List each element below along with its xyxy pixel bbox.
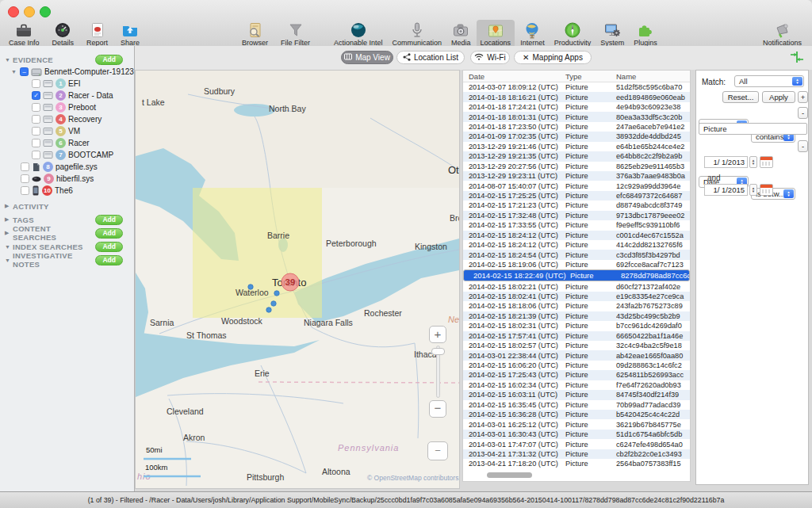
- date-to-field[interactable]: 1/ 1/2015: [704, 184, 748, 196]
- disclosure-down-icon[interactable]: ▼: [11, 69, 17, 74]
- table-row[interactable]: 2013-04-21 17:18:20 (UTC)Picture2564ba07…: [463, 459, 690, 468]
- add-index-search-button[interactable]: Add: [95, 242, 123, 252]
- table-row[interactable]: 2014-01-09 17:02:35 (UTC)Picture38932dde…: [463, 132, 690, 141]
- toolbar-communication[interactable]: Communication: [389, 20, 446, 48]
- toolbar-locations[interactable]: Locations: [477, 20, 515, 48]
- toolbar-plugins[interactable]: Plugins: [630, 20, 661, 48]
- toolbar-file-filter[interactable]: File Filter: [277, 20, 314, 48]
- column-header-type[interactable]: Type: [565, 72, 616, 81]
- toolbar-details[interactable]: Details: [48, 20, 79, 48]
- tree-row-device-phone[interactable]: 10 The6: [0, 185, 134, 197]
- tree-row-partition[interactable]: 5 VM: [0, 125, 134, 137]
- table-row[interactable]: 2014-03-01 16:30:43 (UTC)Picture51d1c675…: [463, 430, 690, 439]
- map-view-button[interactable]: Map View: [341, 51, 393, 64]
- table-row[interactable]: 2014-02-15 18:02:21 (UTC)Pictured60cf271…: [463, 281, 690, 291]
- rule2-remove-button[interactable]: -: [798, 140, 808, 152]
- table-row[interactable]: 2014-02-15 17:57:41 (UTC)Picture66650422…: [463, 331, 690, 341]
- calendar-icon[interactable]: [760, 184, 773, 196]
- date-from-field[interactable]: 1/ 1/2013: [704, 156, 748, 168]
- toolbar-browser[interactable]: Browser: [238, 20, 272, 48]
- location-point[interactable]: [274, 291, 279, 296]
- rule1-remove-button[interactable]: -: [798, 107, 808, 119]
- table-row[interactable]: 2014-02-15 16:06:20 (UTC)Picture09d28886…: [463, 361, 690, 370]
- toolbar-system[interactable]: System: [596, 20, 628, 48]
- disclosure-right-icon[interactable]: ▶: [5, 216, 13, 223]
- sidebar-section-investigative-notes[interactable]: ▼ INVESTIGATIVE NOTES Add: [0, 254, 134, 266]
- sidebar-section-content-searches[interactable]: ▶ CONTENT SEARCHES Add: [0, 227, 134, 239]
- table-row[interactable]: 2014-02-15 17:25:43 (UTC)Picture6254811b…: [463, 370, 690, 380]
- toolbar-media[interactable]: Media: [447, 20, 475, 48]
- table-row[interactable]: 2014-02-15 16:36:28 (UTC)Pictureb5420425…: [463, 410, 690, 419]
- date-stepper[interactable]: ▲▼: [749, 156, 757, 168]
- table-row[interactable]: 2014-02-15 18:24:12 (UTC)Picturec001cd4e…: [463, 231, 690, 240]
- add-evidence-button[interactable]: Add: [95, 55, 123, 65]
- table-row[interactable]: 2014-03-07 18:09:12 (UTC)Picture51d2f58c…: [463, 82, 690, 92]
- toolbar-notifications[interactable]: Notifications: [759, 20, 806, 48]
- table-row[interactable]: 2014-02-15 18:18:06 (UTC)Picture243fa2b7…: [463, 301, 690, 311]
- add-rule-button[interactable]: +: [798, 91, 808, 103]
- table-row[interactable]: 2014-01-18 17:24:21 (UTC)Picture4e94b93c…: [463, 102, 690, 112]
- table-row[interactable]: 2014-02-15 16:02:34 (UTC)Picturef7e64f72…: [463, 380, 690, 390]
- tree-row-partition[interactable]: 3 Preboot: [0, 101, 134, 113]
- location-point[interactable]: [271, 301, 276, 306]
- checkbox-empty[interactable]: [32, 115, 40, 124]
- table-row[interactable]: 2014-03-01 22:38:44 (UTC)Pictureab42eae1…: [463, 350, 690, 360]
- table-row[interactable]: 2014-02-15 17:32:48 (UTC)Picture9713dbc1…: [463, 211, 690, 220]
- table-row[interactable]: 2014-02-15 18:19:06 (UTC)Picture692fcce8…: [463, 260, 690, 269]
- calendar-icon[interactable]: [760, 156, 773, 168]
- toolbar-report[interactable]: Report: [82, 20, 112, 48]
- table-row[interactable]: 2014-08-07 15:40:07 (UTC)Picture12c929a9…: [463, 181, 690, 190]
- table-row[interactable]: 2014-02-15 18:02:57 (UTC)Picture32c4c94b…: [463, 341, 690, 350]
- tree-row-partition[interactable]: 7 BOOTCAMP: [0, 149, 134, 161]
- add-tag-button[interactable]: Add: [95, 215, 123, 225]
- checkbox-checked[interactable]: ✓: [32, 91, 40, 100]
- filter-panel-toggle-icon[interactable]: [790, 50, 804, 64]
- toolbar-internet[interactable]: Internet: [516, 20, 549, 48]
- table-row[interactable]: 2014-02-15 18:21:39 (UTC)Picture43d25bc4…: [463, 311, 690, 321]
- table-row[interactable]: 2013-12-29 19:21:46 (UTC)Picturee64b1e65…: [463, 142, 690, 151]
- close-window-button[interactable]: [8, 6, 19, 17]
- tree-row-partition[interactable]: 6 Racer: [0, 137, 134, 149]
- table-row[interactable]: 2013-12-29 19:23:11 (UTC)Picture376a3b7a…: [463, 171, 690, 181]
- checkbox-empty[interactable]: [32, 103, 40, 112]
- minimize-window-button[interactable]: [24, 6, 35, 17]
- toolbar-actionable-intel[interactable]: Actionable Intel: [330, 20, 387, 48]
- toolbar-productivity[interactable]: Productivity: [550, 20, 596, 48]
- table-row[interactable]: 2014-03-01 16:25:12 (UTC)Picture36219b67…: [463, 419, 690, 429]
- mapping-apps-button[interactable]: ✕ Mapping Apps: [514, 51, 592, 64]
- table-row[interactable]: 2014-02-15 16:03:11 (UTC)Picture84745f34…: [463, 390, 690, 399]
- table-row[interactable]: 2014-01-18 18:01:31 (UTC)Picture80ea3a33…: [463, 112, 690, 121]
- table-row[interactable]: 2014-02-15 17:25:25 (UTC)Pictureefc68497…: [463, 191, 690, 201]
- disclosure-down-icon[interactable]: ▼: [5, 57, 13, 63]
- location-list-button[interactable]: Location List: [396, 51, 465, 64]
- map-extra-button[interactable]: −: [427, 441, 448, 460]
- location-point[interactable]: [248, 285, 253, 289]
- horizontal-scrollbar[interactable]: [487, 472, 532, 478]
- toolbar-share[interactable]: Share: [117, 20, 144, 48]
- table-row[interactable]: 2014-02-15 17:21:23 (UTC)Pictured88749ab…: [463, 201, 690, 210]
- map-zoom-in-button[interactable]: +: [429, 326, 446, 343]
- checkbox-empty[interactable]: [21, 174, 29, 183]
- column-header-date[interactable]: Date: [463, 72, 565, 81]
- table-row[interactable]: 2013-12-29 20:27:56 (UTC)Picture8625eb29…: [463, 162, 690, 171]
- tree-row-file[interactable]: 9 hiberfil.sys: [0, 173, 134, 185]
- zoom-window-button[interactable]: [40, 6, 51, 17]
- disclosure-down-icon[interactable]: ▼: [5, 244, 13, 250]
- table-row[interactable]: 2014-02-15 18:24:54 (UTC)Picturec3cd3f85…: [463, 250, 690, 259]
- checkbox-empty[interactable]: [32, 139, 40, 147]
- map-zoom-out-button[interactable]: −: [429, 400, 446, 418]
- checkbox-empty[interactable]: [21, 186, 29, 195]
- tree-row-device[interactable]: ▼ – Bennett-Computer-19123...: [0, 66, 134, 78]
- table-row[interactable]: 2014-01-18 18:16:21 (UTC)Pictureeed18948…: [463, 92, 690, 101]
- checkbox-mixed[interactable]: –: [20, 67, 29, 76]
- apply-button[interactable]: Apply: [762, 91, 795, 103]
- checkbox-empty[interactable]: [32, 151, 40, 159]
- map-zoom-slider-handle[interactable]: [431, 348, 445, 355]
- map-pane[interactable]: t LakeSudburyNorth BayOttBroBarriePeterb…: [135, 70, 460, 489]
- tree-row-partition[interactable]: 1 EFI: [0, 78, 134, 90]
- table-row[interactable]: 2014-02-15 18:22:49 (UTC)Picture8278dd79…: [463, 269, 690, 281]
- disclosure-right-icon[interactable]: ▶: [5, 203, 13, 209]
- checkbox-empty[interactable]: [21, 162, 29, 171]
- toolbar-case-info[interactable]: Case Info: [5, 20, 44, 48]
- disclosure-right-icon[interactable]: ▶: [5, 230, 13, 236]
